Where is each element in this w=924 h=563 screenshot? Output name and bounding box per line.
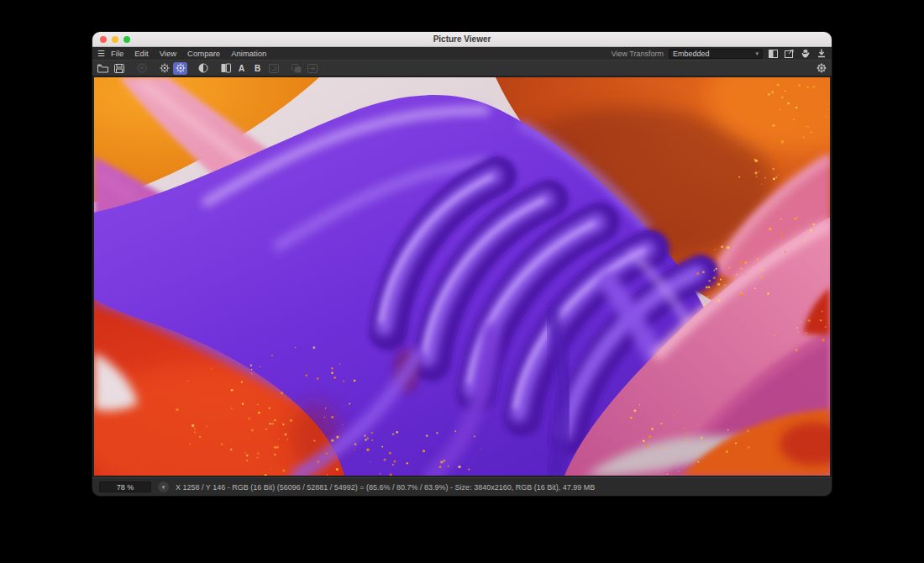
close-button[interactable] [100,36,107,43]
desktop-background: Picture Viewer ☰ FileEditViewCompareAnim… [0,0,924,563]
compare-icon[interactable] [218,62,233,75]
view-transform-label: View Transform [612,50,664,58]
contrast-icon[interactable] [196,62,210,75]
split-view-icon[interactable] [768,49,779,59]
menubar-right: View Transform Embedded ▾ [612,49,827,59]
menubar: ☰ FileEditViewCompareAnimation View Tran… [92,47,832,60]
statusbar: 78 % ▾ X 1258 / Y 146 - RGB (16 Bit) (56… [92,477,832,496]
traffic-lights [100,32,130,47]
window-title: Picture Viewer [433,34,491,44]
menu-item-compare[interactable]: Compare [187,49,220,58]
zoom-window-button[interactable] [123,36,130,43]
view-transform-value: Embedded [673,50,710,58]
dock-arrow-icon[interactable] [816,49,827,59]
titlebar[interactable]: Picture Viewer [92,32,832,47]
version-b-button[interactable]: B [250,62,265,75]
menu-item-file[interactable]: File [111,49,123,58]
open-folder-icon[interactable] [96,62,110,75]
menu-items: FileEditViewCompareAnimation [111,49,266,58]
zoom-preset-dropdown[interactable]: ▾ [158,481,169,492]
layers-flower-icon[interactable] [814,62,828,75]
stop-render-icon [134,62,149,75]
swap-ab-icon [266,62,281,75]
panel-menu-icon[interactable]: ☰ [97,50,105,58]
version-a-button[interactable]: A [234,62,249,75]
open-external-icon[interactable] [784,49,795,59]
image-viewport[interactable] [92,76,832,477]
pan-hand-icon[interactable] [800,49,811,59]
pixel-info-text: X 1258 / Y 146 - RGB (16 Bit) (56096 / 5… [176,483,595,492]
zoom-level-input[interactable]: 78 % [99,481,151,492]
chevron-down-icon: ▾ [755,50,759,57]
menu-item-view[interactable]: View [160,49,176,58]
menu-item-animation[interactable]: Animation [231,49,266,58]
rendered-image [94,77,830,476]
view-transform-select[interactable]: Embedded ▾ [669,49,763,59]
gear-icon[interactable] [173,62,187,75]
copy-image-icon [289,62,303,75]
toolbar: A B [92,60,832,76]
minimize-button[interactable] [112,36,118,43]
menu-item-edit[interactable]: Edit [134,49,148,58]
export-image-icon [305,62,319,75]
gear-x-icon[interactable] [157,62,171,75]
save-icon[interactable] [112,62,126,75]
picture-viewer-window: Picture Viewer ☰ FileEditViewCompareAnim… [92,32,832,496]
